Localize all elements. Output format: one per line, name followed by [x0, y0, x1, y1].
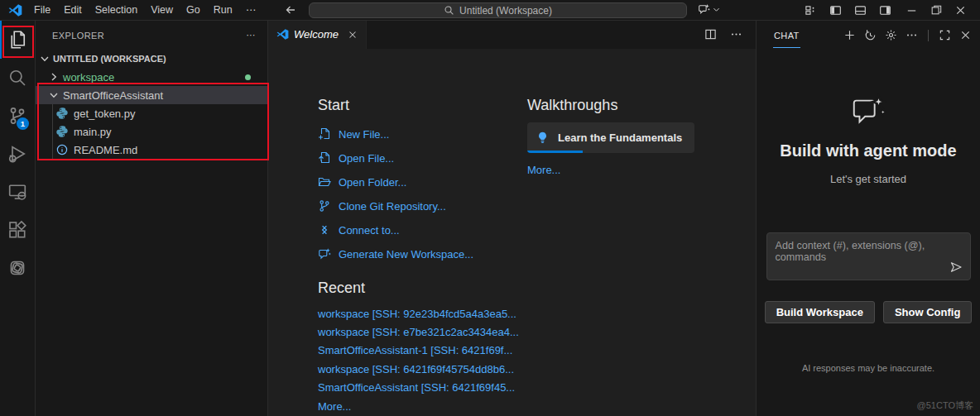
copilot-menu[interactable]	[698, 3, 721, 16]
split-editor-icon[interactable]	[704, 28, 717, 41]
tab-welcome[interactable]: Welcome	[268, 21, 367, 49]
chat-panel: CHAT	[756, 21, 980, 416]
explorer-more-actions[interactable]: ⋯	[247, 30, 256, 41]
editor-group: Welcome Start New File...	[268, 21, 756, 416]
walkthrough-progress	[527, 151, 583, 153]
start-item-label: Open Folder...	[339, 176, 406, 189]
chat-more-actions-icon[interactable]	[906, 29, 918, 41]
menu-view[interactable]: View	[144, 0, 180, 20]
divider	[928, 30, 929, 41]
chat-history-icon[interactable]	[864, 29, 877, 41]
toggle-secondary-sidebar-icon[interactable]	[879, 4, 891, 17]
walkthroughs-more-link[interactable]: More...	[527, 164, 560, 176]
copilot-icon	[698, 3, 710, 16]
recent-item[interactable]: workspace [SSH: 92e23b4fcd5a4a3ea5...	[318, 305, 527, 323]
search-icon	[444, 5, 454, 16]
menu-file[interactable]: File	[27, 0, 57, 20]
start-new-file[interactable]: New File...	[318, 122, 527, 146]
start-generate-new-workspace[interactable]: Generate New Workspace...	[318, 242, 527, 266]
copilot-chat-icon	[849, 93, 887, 131]
menu-selection[interactable]: Selection	[89, 0, 144, 20]
command-center-search[interactable]: Untitled (Workspace)	[309, 2, 687, 18]
open-file-icon	[318, 151, 331, 165]
chat-disclaimer: AI responses may be inaccurate.	[802, 363, 934, 373]
tab-bar: Welcome	[268, 21, 756, 49]
close-window-icon[interactable]	[954, 4, 967, 17]
chevron-down-icon	[712, 5, 721, 14]
activity-source-control[interactable]: 1	[0, 97, 35, 135]
welcome-page: Start New File... Open File... Open Fold…	[268, 49, 756, 416]
chat-panel-header: CHAT	[757, 21, 980, 50]
show-config-button[interactable]: Show Config	[883, 301, 972, 323]
title-bar: File Edit Selection View Go Run ⋯ Untitl…	[0, 0, 980, 21]
send-icon[interactable]	[949, 261, 963, 274]
chat-input-placeholder: Add context (#), extensions (@), command…	[776, 240, 970, 263]
tree-item-smartofficeassistant[interactable]: SmartOfficeAssistant	[36, 86, 267, 104]
remote-explorer-icon	[7, 182, 27, 202]
activity-explorer[interactable]	[0, 21, 35, 59]
remote-icon	[318, 223, 331, 237]
git-change-dot	[245, 74, 251, 80]
toggle-panel-icon[interactable]	[854, 4, 867, 17]
close-tab-icon[interactable]	[347, 29, 358, 41]
open-folder-icon	[318, 175, 331, 189]
tree-item-label: main.py	[74, 126, 112, 138]
start-item-label: Open File...	[339, 152, 394, 165]
vscode-logo-icon	[8, 3, 22, 17]
tab-chat[interactable]: CHAT	[773, 22, 800, 48]
start-item-label: Clone Git Repository...	[339, 200, 446, 213]
recent-item[interactable]: workspace [SSH: e7be321c2ac3434ea4...	[318, 323, 527, 342]
git-branch-icon	[318, 199, 331, 213]
maximize-panel-icon[interactable]	[939, 29, 951, 41]
explorer-title: EXPLORER	[52, 31, 104, 41]
build-workspace-button[interactable]: Build Workspace	[765, 301, 875, 323]
search-icon	[7, 68, 27, 88]
recent-more-link[interactable]: More...	[318, 398, 527, 416]
menu-overflow[interactable]: ⋯	[239, 0, 263, 20]
activity-extension-spiral[interactable]	[0, 249, 35, 287]
activity-search[interactable]	[0, 59, 35, 97]
vscode-logo-icon	[276, 28, 289, 41]
walkthrough-card-learn-the-fundamentals[interactable]: Learn the Fundamentals	[527, 122, 694, 153]
restore-window-icon[interactable]	[930, 4, 942, 16]
explorer-header: EXPLORER ⋯	[36, 21, 267, 50]
chevron-down-icon	[47, 88, 60, 102]
start-open-file[interactable]: Open File...	[318, 146, 527, 170]
minimize-icon[interactable]	[906, 4, 918, 17]
tree-item-readme-md[interactable]: README.md	[36, 141, 267, 159]
start-open-folder[interactable]: Open Folder...	[318, 170, 527, 194]
toggle-primary-sidebar-icon[interactable]	[829, 4, 842, 17]
menu-edit[interactable]: Edit	[57, 0, 89, 20]
source-control-badge: 1	[17, 117, 29, 130]
chat-input[interactable]: Add context (#), extensions (@), command…	[766, 232, 971, 280]
workspace-section-header[interactable]: UNTITLED (WORKSPACE)	[36, 50, 267, 68]
activity-run-debug[interactable]	[0, 135, 35, 173]
workspace-section-label: UNTITLED (WORKSPACE)	[53, 54, 166, 64]
start-clone-git-repository[interactable]: Clone Git Repository...	[318, 194, 527, 218]
back-arrow-icon[interactable]	[284, 3, 297, 17]
recent-item[interactable]: workspace [SSH: 6421f69f45754dd8b6...	[318, 361, 527, 379]
tree-item-main-py[interactable]: main.py	[36, 122, 267, 141]
menu-run[interactable]: Run	[207, 0, 239, 20]
indent-guide	[52, 141, 53, 159]
new-chat-icon[interactable]	[843, 29, 856, 41]
customize-layout-icon[interactable]	[805, 4, 817, 17]
files-icon	[7, 30, 27, 50]
indent-guide	[52, 122, 53, 141]
walkthrough-card-label: Learn the Fundamentals	[558, 131, 682, 144]
close-panel-icon[interactable]	[959, 29, 972, 41]
activity-remote-explorer[interactable]	[0, 173, 35, 211]
tree-item-get-token-py[interactable]: get_token.py	[36, 104, 267, 122]
chat-settings-gear-icon[interactable]	[885, 29, 897, 41]
start-item-label: Connect to...	[339, 224, 400, 237]
editor-more-actions-icon[interactable]	[730, 28, 742, 41]
recent-item[interactable]: SmartOfficeAssistant [SSH: 6421f69f45...	[318, 379, 527, 397]
start-connect-to[interactable]: Connect to...	[318, 218, 527, 242]
chat-empty-title: Build with agent mode	[780, 141, 956, 160]
recent-item[interactable]: SmartOfficeAssistant-1 [SSH: 6421f69f...	[318, 342, 527, 360]
menu-go[interactable]: Go	[180, 0, 207, 20]
tree-item-workspace[interactable]: workspace	[36, 68, 267, 86]
activity-extensions[interactable]	[0, 211, 35, 249]
recent-heading: Recent	[318, 280, 527, 297]
start-item-label: New File...	[339, 128, 389, 141]
